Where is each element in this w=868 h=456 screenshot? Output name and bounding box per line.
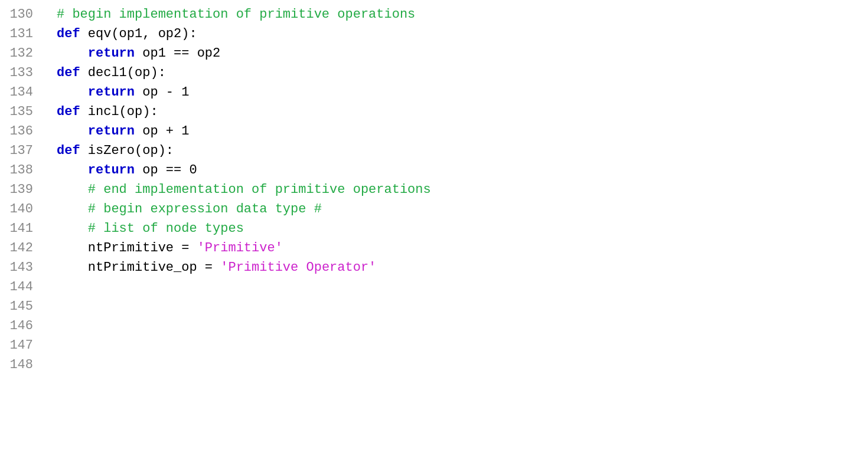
comment-token: # end implementation of primitive operat…	[57, 182, 431, 197]
code-line: def eqv(op1, op2):	[57, 24, 868, 44]
plain-token: ntPrimitive_op =	[57, 260, 220, 275]
comment-token: # list of node types	[57, 221, 244, 236]
line-number: 143	[9, 258, 33, 277]
line-number: 148	[9, 355, 33, 375]
code-line: return op + 1	[57, 122, 868, 141]
line-number: 147	[9, 336, 33, 355]
code-line: # begin expression data type #	[57, 199, 868, 219]
plain-token: eqv(op1, op2):	[80, 27, 197, 41]
plain-token: decl1(op):	[80, 65, 166, 80]
line-number: 131	[9, 24, 33, 44]
code-line: return op == 0	[57, 160, 868, 180]
code-line: ntPrimitive = 'Primitive'	[57, 238, 868, 258]
plain-token	[57, 124, 88, 139]
code-line: # end implementation of primitive operat…	[57, 180, 868, 199]
code-text: # begin implementation of primitive oper…	[43, 5, 868, 375]
kw-def-token: def	[57, 27, 80, 41]
plain-token	[57, 85, 88, 100]
line-number: 138	[9, 160, 33, 180]
code-line: def decl1(op):	[57, 63, 868, 83]
kw-return-token: return	[88, 85, 135, 100]
line-number: 137	[9, 141, 33, 160]
line-number: 144	[9, 277, 33, 297]
plain-token: ntPrimitive =	[57, 241, 197, 255]
plain-token	[57, 163, 88, 178]
plain-token: op == 0	[135, 163, 197, 178]
line-number: 141	[9, 219, 33, 238]
line-number-gutter: 1301311321331341351361371381391401411421…	[0, 5, 43, 375]
code-line: def isZero(op):	[57, 141, 868, 160]
kw-def-token: def	[57, 104, 80, 119]
line-number: 130	[9, 5, 33, 24]
comment-token: # begin expression data type #	[57, 202, 322, 216]
line-number: 135	[9, 102, 33, 122]
plain-token: op - 1	[135, 85, 189, 100]
string-token: 'Primitive'	[197, 241, 283, 255]
line-number: 140	[9, 199, 33, 219]
line-number: 139	[9, 180, 33, 199]
code-line: # begin implementation of primitive oper…	[57, 5, 868, 24]
string-token: 'Primitive Operator'	[220, 260, 376, 275]
kw-return-token: return	[88, 124, 135, 139]
code-line: def incl(op):	[57, 102, 868, 122]
code-editor: 1301311321331341351361371381391401411421…	[0, 0, 868, 379]
code-line: return op - 1	[57, 83, 868, 102]
plain-token: op + 1	[135, 124, 189, 139]
kw-def-token: def	[57, 143, 80, 158]
line-number: 136	[9, 122, 33, 141]
kw-return-token: return	[88, 163, 135, 178]
line-number: 133	[9, 63, 33, 83]
line-number: 145	[9, 297, 33, 316]
code-line: return op1 == op2	[57, 44, 868, 63]
line-number: 132	[9, 44, 33, 63]
plain-token: incl(op):	[80, 104, 158, 119]
line-number: 134	[9, 83, 33, 102]
kw-def-token: def	[57, 65, 80, 80]
comment-token: # begin implementation of primitive oper…	[57, 7, 415, 22]
line-number: 146	[9, 316, 33, 336]
plain-token	[57, 46, 88, 61]
plain-token: isZero(op):	[80, 143, 174, 158]
plain-token: op1 == op2	[135, 46, 220, 61]
line-number: 142	[9, 238, 33, 258]
code-line: ntPrimitive_op = 'Primitive Operator'	[57, 258, 868, 277]
code-line: # list of node types	[57, 219, 868, 238]
kw-return-token: return	[88, 46, 135, 61]
